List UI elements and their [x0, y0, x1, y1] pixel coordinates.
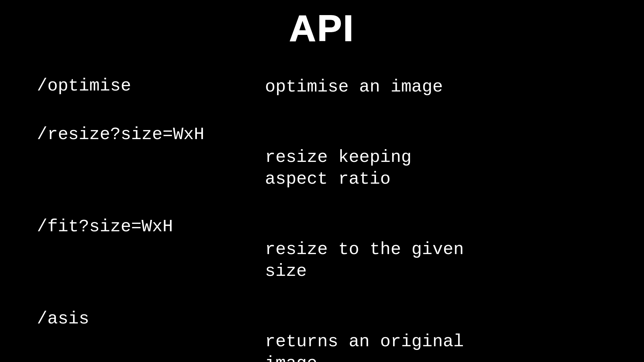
- title-container: API: [289, 7, 355, 49]
- description-asis: returns an original image: [245, 296, 627, 362]
- description-resize: resize keeping aspect ratio: [245, 111, 627, 203]
- endpoint-asis: /asis: [37, 296, 245, 362]
- page-container: API /optimise optimise an image /resize?…: [0, 0, 644, 362]
- endpoint-resize: /resize?size=WxH: [37, 111, 245, 203]
- page-title: API: [289, 7, 355, 49]
- api-table: /optimise optimise an image /resize?size…: [17, 63, 627, 362]
- endpoint-fit: /fit?size=WxH: [37, 203, 245, 296]
- description-fit: resize to the given size: [245, 203, 627, 296]
- endpoint-optimise: /optimise: [37, 63, 245, 111]
- description-optimise: optimise an image: [245, 63, 627, 111]
